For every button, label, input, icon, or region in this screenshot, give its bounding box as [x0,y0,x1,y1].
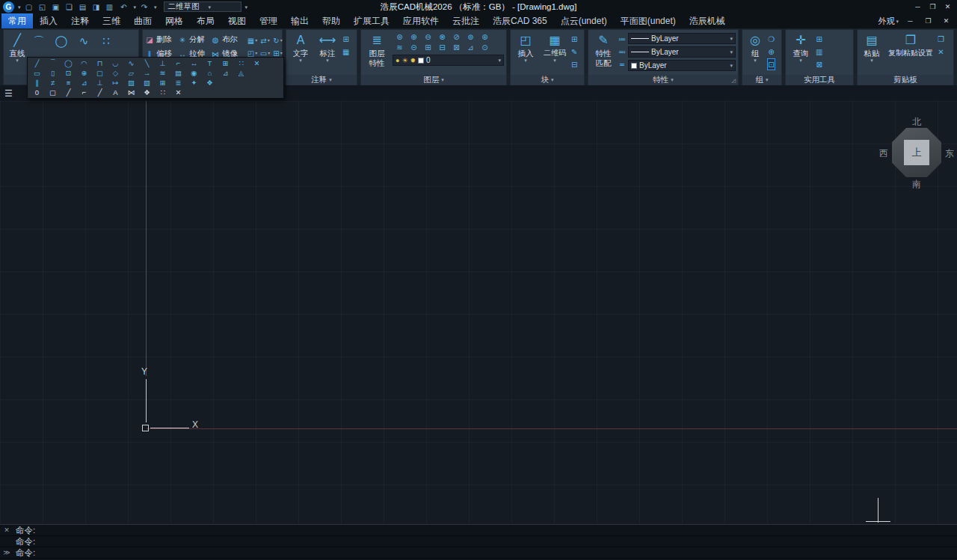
layer-tool-button[interactable]: ⊞ [421,42,435,52]
ribbon-tab[interactable]: 管理 [253,13,284,28]
layer-tool-button[interactable]: ⊚ [464,31,478,42]
linetype-dropdown[interactable]: ByLayer ▾ [628,46,736,58]
layer-properties-button[interactable]: ≣ 图层 特性 [363,31,390,73]
flyout-tool-icon[interactable]: ⊞ [218,59,233,67]
flyout-tool-icon[interactable]: ✦ [186,79,202,87]
flyout-tool-icon[interactable]: ∷ [233,59,249,67]
draw-tool-icon[interactable]: ⌒ [31,34,47,49]
ribbon-tab[interactable]: 浩辰CAD 365 [486,13,554,28]
flyout-tool-icon[interactable]: ▭ [29,69,45,77]
ribbon-tab[interactable]: 浩辰机械 [683,13,732,28]
flyout-tool-icon[interactable]: ⋈ [123,88,139,96]
modify-mini-button[interactable]: ↻ ▾ [271,34,284,47]
flyout-tool-icon[interactable]: ↔ [186,59,202,67]
qat-icon[interactable]: ▥ [104,1,116,12]
flyout-tool-icon[interactable]: ◯ [61,59,76,67]
viewcube-octagon[interactable]: 上 [892,128,941,177]
flyout-tool-icon[interactable]: ▧ [139,79,155,87]
flyout-tool-icon[interactable]: ⌂ [202,69,218,77]
flyout-tool-icon[interactable]: ▢ [92,69,108,77]
drawing-canvas[interactable]: Y X 北 西 东 南 上 [0,101,957,524]
layer-tool-button[interactable]: ⊟ [435,42,449,52]
panel-label-block[interactable]: 块 ▾ [511,75,584,85]
properties-mini-button[interactable]: ≖ [618,59,626,70]
utility-mini-button[interactable]: ▥ [816,46,822,57]
dimension-button[interactable]: ⟷ 标注 ▾ [315,31,340,73]
qat-icon[interactable]: ◨ [90,1,102,12]
flyout-tool-icon[interactable]: ≠ [45,79,61,87]
ribbon-tab[interactable]: 布局 [190,13,221,28]
copy-paste-settings-button[interactable]: ❐ 复制粘贴设置 [886,31,935,73]
flyout-tool-icon[interactable]: ✕ [170,88,186,96]
flyout-tool-icon[interactable]: ◬ [233,69,249,77]
flyout-tool-icon[interactable]: ⊥ [92,79,108,87]
panel-label-annotate[interactable]: 注释 ▾ [286,75,357,85]
measure-button[interactable]: ✛ 查询 ▾ [788,31,813,73]
minimize-button[interactable]: ─ [911,1,924,12]
panel-label-clipboard[interactable]: 剪贴板 [858,75,953,85]
modify-mini-button[interactable]: ▦ ▾ [246,34,259,47]
flyout-tool-icon[interactable]: ◠ [76,59,92,67]
ribbon-tab[interactable]: 注释 [64,13,96,28]
qat-icon[interactable]: ▢ [23,1,35,12]
ribbon-tab[interactable]: 云批注 [446,13,486,28]
ribbon-tab[interactable]: 扩展工具 [347,13,396,28]
modify-tool-button[interactable]: ◍ 布尔 [211,34,244,45]
qat-customize-caret-icon[interactable]: ▾ [245,4,248,10]
flyout-tool-icon[interactable]: ⊕ [76,69,92,77]
lineweight-dropdown[interactable]: ByLayer ▾ [628,33,736,44]
flyout-tool-icon[interactable]: ▢ [45,88,61,96]
command-history-row[interactable]: ✕ 命令: [0,525,957,536]
line-button[interactable]: ╱ 直线 ▾ [6,31,28,73]
layer-tool-button[interactable]: ⊙ [478,42,492,52]
flyout-tool-icon[interactable]: ▱ [123,69,139,77]
flyout-tool-icon[interactable]: ▨ [123,79,139,87]
flyout-tool-icon[interactable]: ∷ [155,88,170,96]
flyout-tool-icon[interactable]: ⌒ [45,58,61,68]
flyout-tool-icon[interactable]: → [139,69,155,77]
color-dropdown[interactable]: ByLayer ▾ [628,60,736,71]
flyout-tool-icon[interactable]: ⊡ [61,69,76,77]
ribbon-tab[interactable]: 网格 [159,13,190,28]
command-close-icon[interactable]: ✕ [2,526,11,534]
draw-tool-icon[interactable]: ∷ [98,34,114,49]
command-line-panel[interactable]: ✕ 命令: 命令: ≫ 命令: [0,524,957,560]
flyout-tool-icon[interactable]: ▤ [170,69,186,77]
flyout-tool-icon[interactable]: ⌐ [170,59,186,67]
draw-tool-icon[interactable]: ∿ [76,34,92,49]
annotate-mini-button[interactable]: ▦ [342,46,349,57]
flyout-tool-icon[interactable]: ◇ [108,69,123,77]
layer-tool-button[interactable]: ⊘ [449,31,464,42]
flyout-tool-icon[interactable]: ⊿ [76,79,92,87]
flyout-tool-icon[interactable]: ⌐ [76,88,92,96]
match-properties-button[interactable]: ✎ 特性 匹配 [591,31,616,73]
flyout-tool-icon[interactable]: ⊞ [155,79,170,87]
workspace-dropdown[interactable]: 二维草图 ▾ [164,1,241,12]
flyout-tool-icon[interactable]: ╲ [139,59,155,67]
flyout-tool-icon[interactable]: T [202,59,218,67]
flyout-tool-icon[interactable]: ∿ [123,59,139,67]
menu-icon[interactable]: ☰ [4,88,13,99]
redo-button[interactable]: ↷ [138,1,150,12]
panel-label-group[interactable]: 组 ▾ [742,75,781,85]
undo-caret-icon[interactable]: ▾ [134,4,137,10]
flyout-tool-icon[interactable]: A [108,88,123,96]
qat-icon[interactable]: ▤ [77,1,89,12]
close-button[interactable]: ✕ [941,1,954,12]
qat-icon[interactable]: ❏ [64,1,76,12]
flyout-tool-icon[interactable]: ❖ [202,79,218,87]
flyout-tool-icon[interactable]: ◡ [108,59,123,67]
doc-close-button[interactable]: ✕ [940,16,953,26]
utility-mini-button[interactable]: ⊞ [816,34,822,44]
flyout-tool-icon[interactable]: ≋ [155,69,170,77]
viewcube-top-face[interactable]: 上 [904,140,929,165]
group-mini-button[interactable]: ❍ [768,34,775,44]
group-mini-button[interactable]: ⊡ [768,59,775,70]
app-logo[interactable]: G [3,1,14,13]
clipboard-mini-button[interactable]: ❐ [938,34,944,44]
flyout-tool-icon[interactable]: ◉ [186,69,202,77]
flyout-tool-icon[interactable]: ∥ [29,79,45,87]
qrcode-button[interactable]: ▦ 二维码 ▾ [541,31,569,73]
layer-dropdown[interactable]: ● ☀ ✹ 0 ▾ [393,55,504,66]
layer-tool-button[interactable]: ≋ [393,42,407,52]
